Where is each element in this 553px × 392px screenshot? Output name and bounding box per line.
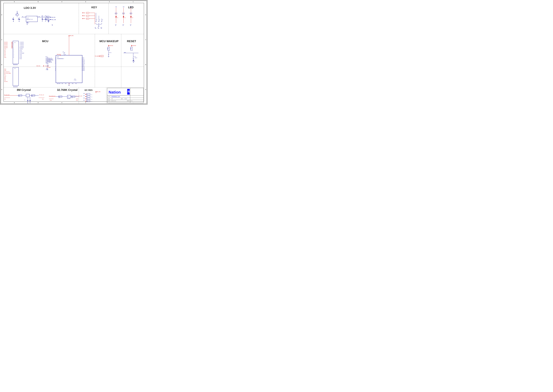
col-3: 3 (85, 1, 86, 2)
col-4: 4 (62, 1, 62, 2)
col-5: 5 (38, 1, 39, 2)
ruler-left: D C B A (1, 2, 3, 102)
outer-border (1, 1, 147, 104)
col-2: 2 (109, 1, 110, 2)
schematic-container: 6 5 4 3 2 1 6 5 4 3 2 1 D C B A D C B A (0, 0, 147, 105)
ruler-top: 6 5 4 3 2 1 (2, 1, 145, 3)
col-1: 1 (133, 1, 133, 2)
col-6: 6 (14, 1, 15, 2)
ruler-bottom: 6 5 4 3 2 1 (2, 102, 145, 104)
ruler-right: D C B A (145, 2, 147, 102)
